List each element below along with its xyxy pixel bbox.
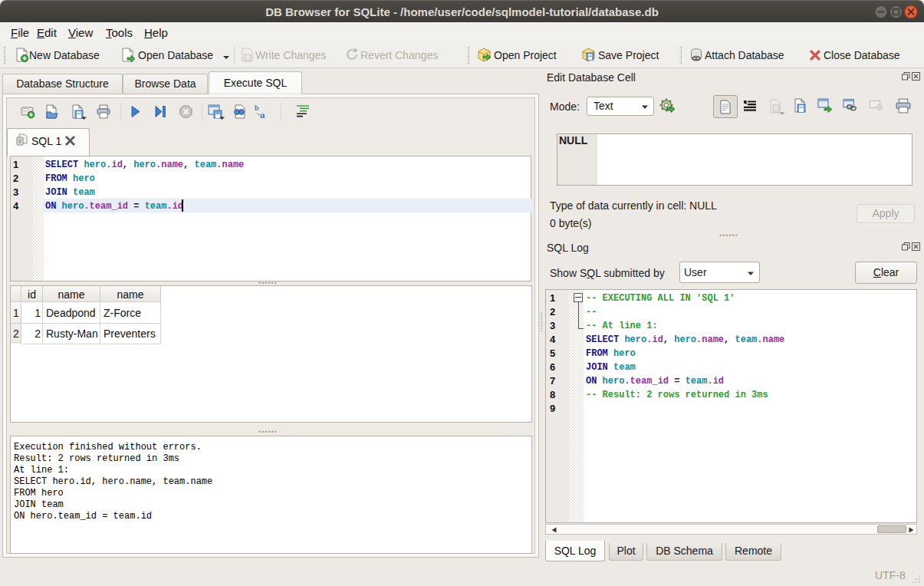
- svg-text:b: b: [255, 104, 259, 112]
- svg-text:a: a: [260, 109, 265, 120]
